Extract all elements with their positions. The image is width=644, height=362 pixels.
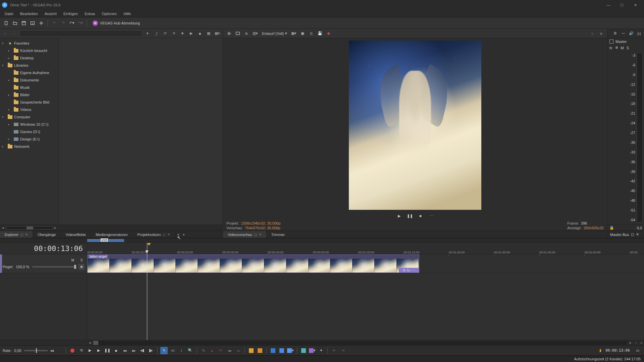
preview-split-button[interactable]: ▥▾ bbox=[252, 30, 259, 37]
tree-node-computer[interactable]: ▾Computer bbox=[0, 113, 58, 121]
tab--berg-nge[interactable]: Übergänge bbox=[33, 231, 61, 238]
next-frame-button[interactable]: ▮▸ bbox=[147, 347, 155, 354]
explorer-refresh-button[interactable]: ⟳ bbox=[162, 30, 168, 37]
menu-einfuegen[interactable]: Einfügen bbox=[60, 10, 81, 17]
preview-properties-button[interactable] bbox=[226, 30, 232, 37]
clip-fx-icon[interactable]: fx bbox=[407, 268, 410, 272]
tree-node-games-d-[interactable]: Games (D:\) bbox=[0, 128, 58, 135]
playhead[interactable] bbox=[147, 243, 147, 340]
preview-copy-button[interactable]: ⎘ bbox=[308, 30, 315, 37]
vegas-hub-link[interactable]: H VEGAS Hub Abmeldung bbox=[93, 20, 140, 26]
video-preview[interactable] bbox=[223, 38, 607, 212]
menu-bearbeiten[interactable]: Bearbeiten bbox=[17, 10, 41, 17]
tree-node-windows-10-c-[interactable]: ▸Windows 10 (C:\) bbox=[0, 121, 58, 128]
transport-timecode[interactable]: 00:00:13:06 bbox=[603, 348, 633, 353]
explorer-address-input[interactable] bbox=[19, 30, 142, 37]
record-button[interactable] bbox=[69, 347, 76, 354]
normal-edit-tool-button[interactable]: ↖ bbox=[160, 347, 168, 354]
trim-start-button[interactable]: ⇤ bbox=[330, 347, 338, 354]
tab-trimmer[interactable]: Trimmer bbox=[267, 231, 290, 238]
lock-envelope-button[interactable]: ⬥ bbox=[208, 347, 216, 354]
tree-node-bilder[interactable]: ▸Bilder bbox=[0, 91, 58, 99]
undo-dropdown-button[interactable]: ↶▾ bbox=[68, 19, 75, 27]
explorer-view-button[interactable]: ▦▾ bbox=[214, 30, 221, 37]
marker-orange1-button[interactable] bbox=[248, 347, 255, 354]
go-start-button[interactable]: ⏮ bbox=[121, 347, 128, 354]
tab-close-icon[interactable]: ✕ bbox=[167, 233, 170, 236]
master-dim-button[interactable]: ⁓ bbox=[621, 31, 626, 36]
clip-more-icon[interactable]: ⋯ bbox=[411, 268, 415, 273]
preview-scale-button[interactable]: ≡ bbox=[589, 30, 596, 37]
timeline-zoom-out-button[interactable]: − bbox=[633, 340, 639, 346]
properties-button[interactable] bbox=[38, 19, 45, 27]
tree-node-eigene-aufnahme[interactable]: Eigene Aufnahme bbox=[0, 69, 58, 76]
timecode-options-button[interactable]: ▭ bbox=[634, 347, 641, 354]
selection-tool-button[interactable]: ▭ bbox=[169, 347, 176, 354]
tab-close-icon[interactable]: ✕ bbox=[259, 233, 262, 236]
rate-reset-button[interactable]: ⏮ bbox=[50, 349, 54, 353]
clip-crop-icon[interactable]: ⧉ bbox=[403, 268, 406, 273]
explorer-stop-button[interactable]: ■ bbox=[197, 30, 203, 37]
stop-button[interactable]: ■ bbox=[112, 347, 120, 354]
preview-record-button[interactable]: ◉ bbox=[325, 30, 332, 37]
close-button[interactable]: ✕ bbox=[629, 0, 642, 10]
explorer-forward-button[interactable]: → bbox=[11, 30, 17, 37]
preview-menu-button[interactable]: ≡ bbox=[598, 30, 604, 37]
tree-node-musik[interactable]: Musik bbox=[0, 84, 58, 91]
rate-slider[interactable] bbox=[24, 350, 48, 351]
menu-extras[interactable]: Extras bbox=[81, 10, 98, 17]
tab-explorer[interactable]: Explorer◻✕ bbox=[0, 231, 33, 238]
explorer-autoplay-button[interactable]: ▦ bbox=[205, 30, 212, 37]
master-lock-icon[interactable]: 🔒 bbox=[609, 226, 614, 230]
master-mute-button[interactable]: M bbox=[621, 46, 624, 50]
trim-end-button[interactable]: ⇥ bbox=[339, 347, 346, 354]
go-end-button[interactable]: ⏭ bbox=[130, 347, 137, 354]
marker-blue2-button[interactable] bbox=[278, 347, 285, 354]
track-level-slider[interactable] bbox=[32, 266, 76, 267]
track-solo-button[interactable]: S bbox=[79, 258, 84, 263]
preview-quality-dropdown[interactable]: Entwurf (Voll)▾ bbox=[261, 31, 288, 36]
split-button[interactable]: ✂ bbox=[217, 347, 224, 354]
master-output-button[interactable]: 🔊 bbox=[629, 31, 634, 36]
clip-fallen-angel[interactable]: fallen angel ⧉ fx ⋯ bbox=[87, 254, 419, 273]
explorer-hscrollbar[interactable] bbox=[6, 226, 53, 230]
master-select-icon[interactable] bbox=[609, 40, 613, 44]
explorer-tree[interactable]: ▾★Favorites▸Kürzlich besucht▸Desktop▾Lib… bbox=[0, 38, 59, 225]
preview-save-button[interactable]: 💾 bbox=[317, 30, 323, 37]
master-solo-button[interactable]: S bbox=[627, 46, 629, 50]
tree-node-libraries[interactable]: ▾Libraries bbox=[0, 62, 58, 69]
explorer-delete-button[interactable]: ✕ bbox=[170, 30, 177, 37]
clip-fx-bar[interactable]: ⧉ fx ⋯ bbox=[399, 268, 419, 273]
timeline-hscrollbar[interactable]: ◂ ▸ − + bbox=[0, 340, 644, 345]
timeline-zoom-in-button[interactable]: + bbox=[639, 340, 644, 346]
pause-button[interactable]: ❚❚ bbox=[104, 347, 111, 354]
preview-more-button[interactable]: ⋯ bbox=[428, 213, 435, 219]
menu-ansicht[interactable]: Ansicht bbox=[41, 10, 60, 17]
timeline-scroll-left-button[interactable]: ◂ bbox=[87, 340, 93, 346]
prev-frame-button[interactable]: ◂▮ bbox=[139, 347, 146, 354]
tab-popout-icon[interactable]: ◻ bbox=[20, 233, 23, 236]
track-mute-button[interactable]: M bbox=[70, 258, 75, 263]
menu-hilfe[interactable]: Hilfe bbox=[120, 10, 134, 17]
preview-overlay-button[interactable]: ▣ bbox=[299, 30, 306, 37]
redo-dropdown-button[interactable]: ↷▾ bbox=[77, 19, 84, 27]
tab-popout-icon[interactable]: ◻ bbox=[163, 233, 165, 236]
explorer-file-list[interactable] bbox=[59, 38, 223, 225]
new-project-button[interactable] bbox=[3, 19, 10, 27]
loop-button[interactable]: ⟲ bbox=[77, 347, 85, 354]
marker-orange2-button[interactable] bbox=[256, 347, 264, 354]
tab-mediengeneratoren[interactable]: Mediengeneratoren bbox=[91, 231, 132, 238]
snap-button[interactable]: ⫶ bbox=[178, 347, 185, 354]
master-bus-close-icon[interactable]: ✕ bbox=[636, 232, 639, 237]
open-project-button[interactable] bbox=[11, 19, 19, 27]
play-start-button[interactable]: ▶ bbox=[86, 347, 94, 354]
tree-node-desktop[interactable]: ▸Desktop bbox=[0, 54, 58, 62]
master-mixer-button[interactable]: ⫿⫿ bbox=[637, 31, 642, 36]
tree-node-dokumente[interactable]: ▸Dokumente bbox=[0, 76, 58, 84]
tab-videovorschau[interactable]: Videovorschau◻✕ bbox=[223, 231, 267, 238]
redo-button[interactable]: ↷ bbox=[59, 19, 67, 27]
timeline-scroll-right-button[interactable]: ▸ bbox=[628, 340, 633, 346]
preview-pause-button[interactable]: ❚❚ bbox=[406, 213, 414, 219]
marker-purple-button[interactable]: ▾ bbox=[309, 347, 316, 354]
explorer-back-button[interactable]: ← bbox=[2, 30, 9, 37]
